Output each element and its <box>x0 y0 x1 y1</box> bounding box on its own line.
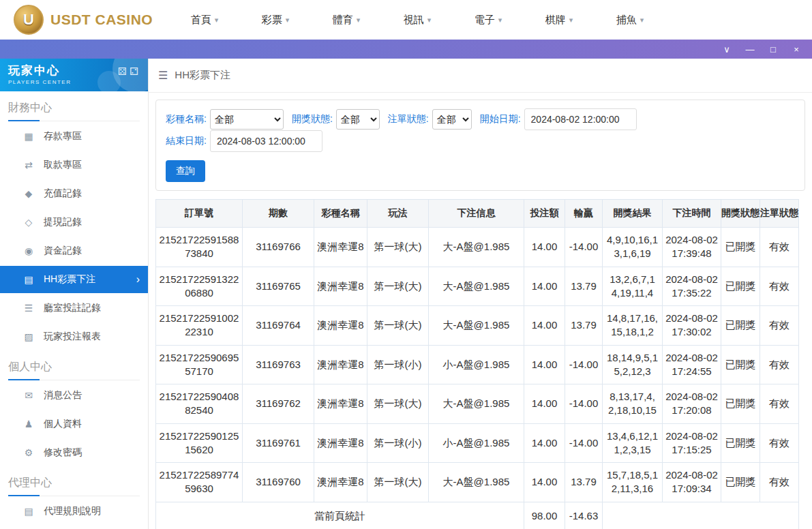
bell-icon: ✉ <box>23 390 34 401</box>
chevron-down-icon: ▾ <box>427 16 432 25</box>
table-row: 215217225901251562031169761澳洲幸運8第一球(小)小-… <box>156 423 799 463</box>
gear-icon: ⚙ <box>23 447 34 458</box>
cell-period: 31169761 <box>243 423 314 463</box>
cell-period: 31169764 <box>243 306 314 346</box>
cell-amount: 14.00 <box>524 306 565 346</box>
search-button[interactable]: 查詢 <box>166 160 205 182</box>
cell-play: 第一球(大) <box>367 267 429 306</box>
window-maximize-icon[interactable]: □ <box>768 45 778 54</box>
cell-period: 31169766 <box>243 228 314 267</box>
nav-item-lottery[interactable]: 彩票▾ <box>240 14 311 27</box>
cell-result: 4,9,10,16,13,1,6,19 <box>603 228 663 267</box>
cell-bet_status: 有效 <box>760 306 799 346</box>
sidebar-item-change-password[interactable]: ⚙修改密碼 <box>0 439 148 466</box>
nav-item-sports[interactable]: 體育▾ <box>311 14 382 27</box>
cell-time: 2024-08-02 17:09:34 <box>663 463 721 502</box>
nav-item-fishing[interactable]: 捕魚▾ <box>595 14 665 27</box>
menu-toggle-icon[interactable]: ☰ <box>158 69 168 82</box>
nav-item-home[interactable]: 首頁▾ <box>169 14 240 27</box>
document-icon: ▤ <box>23 506 34 517</box>
end-date-input[interactable] <box>210 130 322 152</box>
cell-time: 2024-08-02 17:30:02 <box>663 306 721 346</box>
bet-status-select[interactable]: 全部 <box>432 109 472 130</box>
cell-bet_info: 大-A盤@1.985 <box>429 463 524 502</box>
cell-play: 第一球(小) <box>367 423 429 463</box>
sidebar-item-label: 充值記錄 <box>44 187 82 200</box>
sidebar-item-announcements[interactable]: ✉消息公告 <box>0 382 148 409</box>
end-date-label: 結束日期: <box>166 135 207 147</box>
content-topbar: ☰ HH彩票下注 <box>149 59 812 93</box>
summary-amount: 98.00 <box>524 502 565 529</box>
table-row: 215217225897745963031169760澳洲幸運8第一球(大)大-… <box>156 463 799 502</box>
summary-winloss: -14.63 <box>565 502 603 529</box>
bet-table: 訂單號期數彩種名稱玩法下注信息投注額輸贏開獎結果下注時間開獎狀態注單狀態 215… <box>155 199 799 529</box>
filter-panel: 彩種名稱: 全部 開獎狀態: 全部 注單狀態: 全 <box>155 100 805 191</box>
sidebar-item-deposit[interactable]: ▦存款專區 <box>0 123 148 150</box>
nav-item-chess[interactable]: 棋牌▾ <box>524 14 595 27</box>
cell-time: 2024-08-02 17:35:22 <box>663 267 721 306</box>
chevron-down-icon: ▾ <box>357 16 361 25</box>
lottery-filter-label: 彩種名稱: <box>166 113 207 125</box>
chevron-down-icon: ▾ <box>215 16 219 25</box>
sidebar-section-title-0: 財務中心 <box>8 101 140 121</box>
lottery-select[interactable]: 全部 <box>210 109 284 130</box>
cell-draw_status: 已開獎 <box>721 228 760 267</box>
window-close-icon[interactable]: × <box>792 45 801 54</box>
sidebar-item-recharge-record[interactable]: ◆充值記錄 <box>0 180 148 207</box>
cell-draw_status: 已開獎 <box>721 267 760 306</box>
cell-winloss: 13.79 <box>565 267 603 306</box>
cell-amount: 14.00 <box>524 228 565 267</box>
nav-item-live[interactable]: 視訊▾ <box>382 14 453 27</box>
cell-play: 第一球(大) <box>367 384 429 424</box>
cell-order: 2152172259158873840 <box>156 228 243 267</box>
cell-period: 31169765 <box>243 267 314 306</box>
cell-order: 2152172259040882540 <box>156 384 243 424</box>
column-header-period: 期數 <box>243 200 314 228</box>
deposit-icon: ▦ <box>23 131 34 142</box>
cell-amount: 14.00 <box>524 384 565 424</box>
table-header: 訂單號期數彩種名稱玩法下注信息投注額輸贏開獎結果下注時間開獎狀態注單狀態 <box>156 200 799 228</box>
sidebar-item-label: 廳室投註記錄 <box>44 302 101 314</box>
cell-time: 2024-08-02 17:24:55 <box>663 345 721 384</box>
nav-item-slots[interactable]: 電子▾ <box>453 14 524 27</box>
nav-item-label: 首頁 <box>191 14 211 27</box>
column-header-play: 玩法 <box>367 200 429 228</box>
nav-item-label: 視訊 <box>404 14 424 27</box>
sidebar-item-label: HH彩票下注 <box>44 273 95 286</box>
cell-bet_status: 有效 <box>760 384 799 424</box>
main-panel: 彩種名稱: 全部 開獎狀態: 全部 注單狀態: 全 <box>149 93 812 529</box>
sidebar-item-agent-rules[interactable]: ▤代理規則說明 <box>0 498 148 525</box>
cell-amount: 14.00 <box>524 463 565 502</box>
cell-result: 13,4,6,12,11,2,3,15 <box>603 423 663 463</box>
list-icon: ☰ <box>23 303 34 314</box>
chevron-down-icon: ▾ <box>286 16 290 25</box>
recharge-icon: ◆ <box>23 188 34 199</box>
sidebar-item-hh-lottery-bet[interactable]: ▤HH彩票下注› <box>0 266 148 293</box>
start-date-input[interactable] <box>524 108 637 130</box>
sidebar-item-player-bet-report[interactable]: ▨玩家投注報表 <box>0 323 148 350</box>
sidebar-item-profile[interactable]: ♟個人資料 <box>0 410 148 438</box>
sidebar-item-funds-record[interactable]: ◉資金記錄 <box>0 237 148 264</box>
cell-period: 31169760 <box>243 463 314 502</box>
cell-winloss: 13.79 <box>565 463 603 502</box>
column-header-time: 下注時間 <box>663 200 721 228</box>
nav-item-label: 電子 <box>475 14 495 27</box>
sidebar-item-label: 提現記錄 <box>44 216 82 228</box>
sidebar-item-hall-bet-record[interactable]: ☰廳室投註記錄 <box>0 294 148 322</box>
sidebar-item-withdrawal-record[interactable]: ◇提現記錄 <box>0 209 148 236</box>
sidebar-item-withdraw[interactable]: ⇄取款專區 <box>0 151 148 179</box>
report-icon: ▨ <box>23 331 34 342</box>
window-minimize-icon[interactable]: — <box>745 45 755 54</box>
nav-item-label: 彩票 <box>262 14 282 27</box>
cell-bet_status: 有效 <box>760 423 799 463</box>
summary-empty <box>603 502 799 529</box>
current-page-summary-row: 當前頁統計98.00-14.63 <box>156 502 799 529</box>
draw-status-select[interactable]: 全部 <box>336 109 380 130</box>
cell-play: 第一球(大) <box>367 306 429 346</box>
brand-logo[interactable]: U USDT CASINO <box>14 5 169 35</box>
cell-amount: 14.00 <box>524 267 565 306</box>
sidebar: 玩家中心 PLAYERS CENTER ⚄ ⚁ 財務中心▦存款專區⇄取款專區◆充… <box>0 59 149 529</box>
window-collapse-icon[interactable]: ∨ <box>722 45 732 54</box>
table-row: 215217225910022231031169764澳洲幸運8第一球(大)大-… <box>156 306 799 346</box>
table-row: 215217225906955717031169763澳洲幸運8第一球(小)小-… <box>156 345 799 384</box>
